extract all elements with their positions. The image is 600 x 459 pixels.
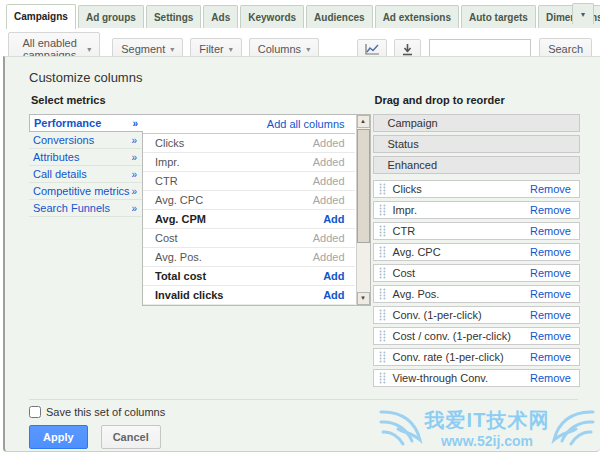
metric-list-scrollbar[interactable]: ▲ ▼ — [356, 115, 370, 305]
remove-column-link[interactable]: Remove — [530, 351, 571, 363]
metric-row: Cost Added — [143, 229, 355, 248]
save-columns-row: Save this set of columns — [29, 406, 580, 418]
column-label: Avg. Pos. — [393, 288, 531, 300]
metric-category-item[interactable]: Call details » — [29, 166, 142, 183]
drag-handle-icon[interactable] — [379, 330, 386, 342]
scroll-up-icon: ▲ — [360, 118, 366, 124]
chevron-down-icon: ▾ — [87, 45, 91, 54]
drag-handle-icon[interactable] — [379, 351, 386, 363]
metric-row: Avg. Pos. Added — [143, 248, 355, 267]
chevron-right-icon: » — [131, 186, 137, 197]
metric-category-menu: Performance » Conversions » Attributes » — [29, 114, 142, 217]
chevron-down-icon: ▾ — [229, 45, 233, 54]
metric-status[interactable]: Add — [323, 213, 344, 225]
metric-status[interactable]: Added — [313, 194, 345, 206]
metric-status[interactable]: Add — [323, 270, 344, 282]
draggable-column-list: Clicks Remove — [373, 180, 580, 387]
draggable-column-row[interactable]: View-through Conv. Remove — [373, 369, 580, 387]
column-label: Clicks — [393, 183, 531, 195]
drag-handle-icon[interactable] — [379, 267, 386, 279]
metric-status[interactable]: Added — [313, 232, 345, 244]
metric-name: Impr. — [155, 156, 179, 168]
drag-handle-icon[interactable] — [379, 225, 386, 237]
nav-tab[interactable]: Audiences — [306, 5, 373, 28]
remove-column-link[interactable]: Remove — [530, 309, 571, 321]
metric-status[interactable]: Added — [313, 137, 345, 149]
remove-column-link[interactable]: Remove — [530, 267, 571, 279]
metric-category-item[interactable]: Performance » — [29, 114, 143, 132]
draggable-column-row[interactable]: Avg. CPC Remove — [373, 243, 580, 261]
chevron-down-icon: ▾ — [306, 45, 310, 54]
nav-tab[interactable]: Auto targets — [461, 5, 536, 28]
drag-handle-icon[interactable] — [379, 204, 386, 216]
nav-tab[interactable]: Ad groups — [78, 5, 144, 28]
draggable-column-row[interactable]: Conv. (1-per-click) Remove — [373, 306, 580, 324]
nav-tab[interactable]: Ad extensions — [375, 5, 459, 28]
segment-label: Segment — [121, 43, 165, 55]
nav-tab[interactable]: Keywords — [240, 5, 304, 28]
more-tabs-button[interactable]: ▾ — [572, 3, 594, 24]
category-label: Search Funnels — [33, 202, 110, 214]
draggable-column-row[interactable]: Impr. Remove — [373, 201, 580, 219]
select-metrics-heading: Select metrics — [31, 94, 371, 106]
add-all-columns-link[interactable]: Add all columns — [267, 118, 345, 130]
draggable-column-row[interactable]: Conv. rate (1-per-click) Remove — [373, 348, 580, 366]
footer-divider — [29, 399, 578, 400]
remove-column-link[interactable]: Remove — [530, 330, 571, 342]
metric-row: Invalid clicks Add — [143, 286, 355, 305]
nav-tab[interactable]: Campaigns — [6, 4, 76, 29]
metric-row: Avg. CPM Add — [143, 210, 355, 229]
drag-handle-icon[interactable] — [379, 183, 386, 195]
drag-handle-icon[interactable] — [379, 372, 386, 384]
column-label: Cost / conv. (1-per-click) — [393, 330, 531, 342]
metric-category-item[interactable]: Search Funnels » — [29, 200, 142, 217]
draggable-column-row[interactable]: Cost Remove — [373, 264, 580, 282]
drag-handle-icon[interactable] — [379, 309, 386, 321]
cancel-button[interactable]: Cancel — [101, 425, 161, 449]
column-label: Conv. (1-per-click) — [393, 309, 531, 321]
save-columns-checkbox[interactable] — [29, 406, 41, 418]
category-label: Performance — [34, 117, 101, 129]
reorder-section: Drag and drop to reorder Campaign Status… — [373, 94, 580, 390]
draggable-column-row[interactable]: Cost / conv. (1-per-click) Remove — [373, 327, 580, 345]
metric-rows: Clicks Added Impr. Added CTR Added — [143, 134, 355, 305]
metric-category-item[interactable]: Competitive metrics » — [29, 183, 142, 200]
chevron-right-icon: » — [132, 118, 138, 129]
remove-column-link[interactable]: Remove — [530, 204, 571, 216]
columns-label: Columns — [258, 43, 301, 55]
metric-status[interactable]: Add — [323, 289, 344, 301]
remove-column-link[interactable]: Remove — [530, 225, 571, 237]
scroll-up-button[interactable]: ▲ — [357, 115, 370, 128]
nav-tab[interactable]: Settings — [146, 5, 201, 28]
add-all-row: Add all columns — [143, 115, 355, 134]
chevron-down-icon: ▾ — [581, 10, 585, 19]
nav-tab[interactable]: Ads — [203, 5, 238, 28]
apply-button[interactable]: Apply — [29, 425, 88, 449]
draggable-column-row[interactable]: CTR Remove — [373, 222, 580, 240]
scroll-down-button[interactable]: ▼ — [357, 292, 370, 305]
remove-column-link[interactable]: Remove — [530, 372, 571, 384]
draggable-column-row[interactable]: Clicks Remove — [373, 180, 580, 198]
drag-handle-icon[interactable] — [379, 246, 386, 258]
draggable-column-row[interactable]: Avg. Pos. Remove — [373, 285, 580, 303]
remove-column-link[interactable]: Remove — [530, 288, 571, 300]
locked-column-label: Enhanced — [388, 159, 438, 171]
scrollbar-thumb[interactable] — [357, 129, 370, 243]
remove-column-link[interactable]: Remove — [530, 246, 571, 258]
metric-status[interactable]: Added — [313, 251, 345, 263]
metric-category-item[interactable]: Conversions » — [29, 132, 142, 149]
metric-category-item[interactable]: Attributes » — [29, 149, 142, 166]
locked-column-row: Status — [373, 135, 580, 153]
metric-name: Clicks — [155, 137, 184, 149]
metric-row: Impr. Added — [143, 153, 355, 172]
metric-row: CTR Added — [143, 172, 355, 191]
line-chart-icon — [364, 43, 380, 56]
drag-handle-icon[interactable] — [379, 288, 386, 300]
remove-column-link[interactable]: Remove — [530, 183, 571, 195]
customize-columns-panel: Customize columns Select metrics Perform… — [3, 56, 600, 452]
column-label: Conv. rate (1-per-click) — [393, 351, 531, 363]
locked-column-row: Enhanced — [373, 156, 580, 174]
metric-status[interactable]: Added — [313, 156, 345, 168]
save-columns-label: Save this set of columns — [46, 406, 165, 418]
metric-status[interactable]: Added — [313, 175, 345, 187]
